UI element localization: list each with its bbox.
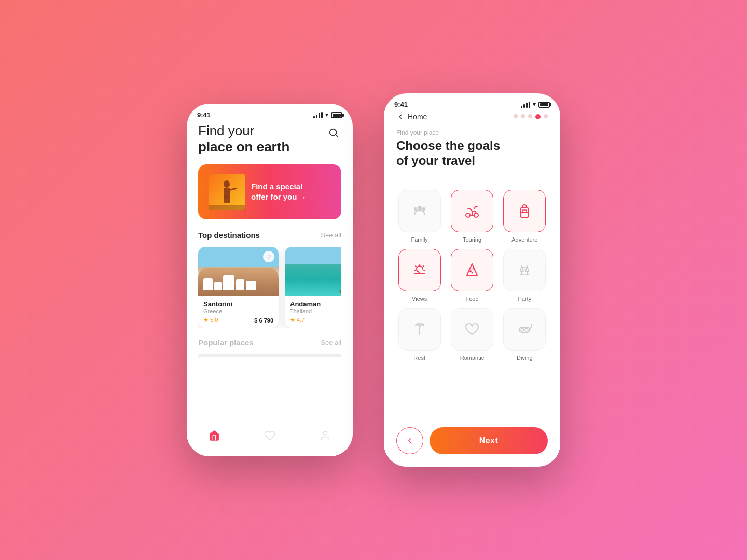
svg-point-23 [469, 270, 472, 272]
goal-family[interactable]: Family [396, 190, 442, 243]
destination-card-santorini[interactable]: ♡ Santorini Greece ★ 5.0 $ 6 790 [198, 247, 279, 328]
goal-card-romantic [451, 308, 493, 351]
goal-label-family: Family [411, 236, 427, 243]
goal-views[interactable]: Views [396, 249, 442, 302]
bottom-nav [187, 423, 353, 456]
sub-heading: Find your place [396, 129, 548, 136]
profile-icon [320, 430, 331, 441]
svg-point-25 [471, 272, 473, 273]
goal-label-touring: Touring [463, 236, 481, 243]
dot-1 [514, 114, 518, 118]
goal-label-adventure: Adventure [511, 236, 537, 243]
banner-image [209, 174, 245, 210]
special-offer-banner[interactable]: Find a special offer for you → [198, 164, 341, 219]
food-icon [463, 261, 481, 279]
views-icon [410, 261, 429, 279]
dot-4-active [535, 114, 541, 119]
top-destinations-see-all[interactable]: See all [321, 231, 341, 239]
back-button[interactable]: Home [396, 113, 427, 121]
arrow-left-icon [405, 436, 414, 445]
top-destinations-header: Top destinations See all [198, 231, 341, 240]
svg-point-3 [224, 180, 230, 188]
svg-rect-7 [227, 196, 230, 203]
svg-point-35 [525, 328, 528, 331]
signal-icon-right [521, 102, 530, 108]
popular-bar [198, 354, 341, 357]
santorini-price: $ 6 790 [254, 317, 273, 324]
svg-rect-4 [224, 188, 230, 197]
dot-3 [528, 114, 532, 118]
svg-line-1 [336, 135, 338, 137]
search-icon [328, 127, 339, 138]
goal-touring[interactable]: Touring [449, 190, 495, 243]
adventure-icon [515, 202, 534, 220]
wifi-icon: ▾ [325, 111, 328, 118]
bottom-actions: Next [384, 419, 560, 467]
next-button[interactable]: Next [430, 427, 548, 454]
santorini-image: ♡ [198, 247, 279, 296]
main-heading: Choose the goals of your travel [396, 138, 548, 169]
time-right: 9:41 [394, 101, 408, 108]
goal-card-rest [398, 308, 441, 351]
goal-card-family [398, 190, 441, 232]
step-dots [514, 114, 548, 119]
status-bar-right: 9:41 ▾ [384, 93, 560, 113]
back-nav: Home [396, 113, 548, 121]
svg-point-12 [466, 213, 470, 217]
santorini-country: Greece [203, 308, 273, 314]
home-icon [209, 430, 220, 441]
heart-icon [264, 430, 275, 441]
battery-icon-right [538, 102, 550, 108]
wifi-icon-right: ▾ [533, 101, 536, 108]
andaman-image: ♡ [285, 247, 341, 296]
andaman-rating: ★ 4.7 [290, 317, 305, 324]
nav-profile[interactable] [316, 427, 334, 446]
goal-grid: Family Touring [396, 190, 548, 361]
phone-right: 9:41 ▾ Home [384, 93, 560, 467]
goal-adventure[interactable]: Adventure [502, 190, 548, 243]
goal-card-touring [451, 190, 493, 232]
goal-card-food [451, 249, 493, 291]
goal-label-party: Party [518, 296, 531, 302]
svg-rect-8 [209, 205, 245, 210]
svg-rect-6 [224, 196, 227, 203]
rest-icon [410, 320, 429, 339]
popular-places-see-all[interactable]: See all [321, 339, 341, 346]
top-destinations-title: Top destinations [198, 231, 260, 240]
svg-line-21 [423, 266, 424, 267]
nav-home[interactable] [205, 427, 223, 446]
goal-romantic[interactable]: Romantic [449, 308, 495, 361]
status-icons-right: ▾ [521, 101, 550, 108]
goal-card-party [503, 249, 546, 291]
destination-card-andaman[interactable]: ♡ Andaman Thailand ★ 4.7 $ 4 290 [285, 247, 341, 328]
svg-point-9 [323, 431, 327, 435]
goal-food[interactable]: Food [449, 249, 495, 302]
main-title: Find your place on earth [198, 123, 289, 155]
goal-diving[interactable]: Diving [502, 308, 548, 361]
svg-line-32 [530, 326, 532, 329]
andaman-name: Andaman [290, 300, 341, 308]
dot-5 [544, 114, 548, 118]
svg-point-34 [521, 328, 524, 331]
goal-label-diving: Diving [517, 355, 533, 361]
header-row: Find your place on earth [198, 123, 341, 155]
goal-card-diving [503, 308, 546, 351]
santorini-name: Santorini [203, 300, 273, 308]
favorite-icon-santorini[interactable]: ♡ [263, 251, 274, 262]
goal-party[interactable]: Party [502, 249, 548, 302]
andaman-country: Thailand [290, 308, 341, 314]
svg-rect-16 [522, 210, 527, 213]
diving-icon [515, 320, 534, 339]
signal-icon [313, 112, 323, 118]
goal-label-romantic: Romantic [460, 355, 484, 361]
popular-places-header: Popular places See all [198, 338, 341, 347]
goal-label-food: Food [465, 296, 478, 302]
svg-point-13 [474, 213, 478, 217]
search-button[interactable] [326, 125, 341, 142]
back-circle-button[interactable] [396, 427, 423, 454]
svg-point-10 [422, 207, 425, 211]
nav-favorites[interactable] [261, 427, 279, 446]
svg-line-18 [416, 266, 417, 267]
romantic-icon [463, 320, 481, 339]
goal-rest[interactable]: Rest [396, 308, 442, 361]
